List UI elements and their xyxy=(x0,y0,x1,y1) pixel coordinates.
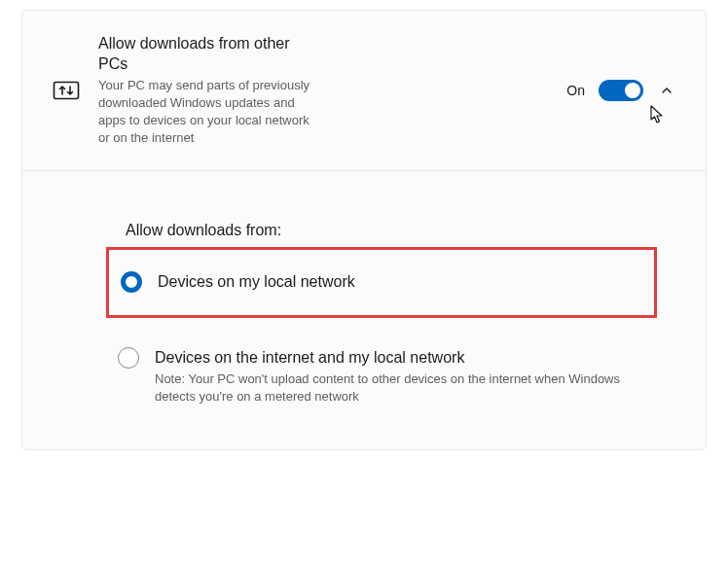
header-controls: On xyxy=(566,80,676,101)
cursor-icon xyxy=(650,105,666,124)
card-header[interactable]: Allow downloads from other PCs Your PC m… xyxy=(22,11,706,171)
radio-unselected-icon xyxy=(118,347,139,369)
chevron-up-icon[interactable] xyxy=(657,81,676,100)
radio-option-internet-and-local[interactable]: Devices on the internet and my local net… xyxy=(106,339,657,414)
radio-option-local-network[interactable]: Devices on my local network xyxy=(106,247,657,317)
delivery-optimization-card: Allow downloads from other PCs Your PC m… xyxy=(21,10,707,450)
header-description: Your PC may send parts of previously dow… xyxy=(98,77,310,148)
section-title: Allow downloads from: xyxy=(126,222,657,239)
radio-label: Devices on the internet and my local net… xyxy=(155,347,645,369)
svg-rect-0 xyxy=(55,83,79,99)
allow-downloads-toggle[interactable] xyxy=(599,80,643,101)
radio-selected-icon xyxy=(121,271,142,293)
radio-text: Devices on my local network xyxy=(158,271,642,293)
toggle-state-label: On xyxy=(566,83,585,98)
expanded-content: Allow downloads from: Devices on my loca… xyxy=(22,171,706,448)
header-text-block: Allow downloads from other PCs Your PC m… xyxy=(98,34,310,147)
radio-group: Devices on my local network Devices on t… xyxy=(106,257,657,413)
radio-text: Devices on the internet and my local net… xyxy=(155,347,645,406)
radio-label: Devices on my local network xyxy=(158,271,642,293)
radio-note: Note: Your PC won't upload content to ot… xyxy=(155,370,645,405)
delivery-icon xyxy=(52,79,81,102)
header-title: Allow downloads from other PCs xyxy=(98,34,310,75)
toggle-knob xyxy=(625,83,640,98)
